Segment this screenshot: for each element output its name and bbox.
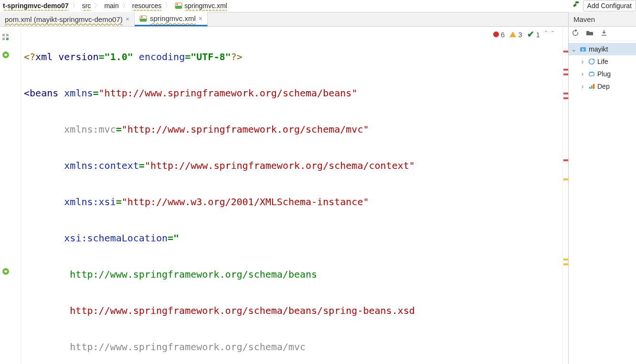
plugins-icon [588, 70, 595, 78]
maven-toolbar [569, 27, 636, 41]
maven-module-icon: m [579, 45, 587, 53]
expand-collapse-icons[interactable]: ˆ ˇ [545, 30, 555, 39]
error-mark[interactable] [563, 97, 568, 99]
folder-icon[interactable] [586, 29, 594, 38]
warning-icon [509, 31, 516, 37]
maven-panel: ⌄ m mayikt › Life › Plug › Dep [568, 27, 636, 364]
maven-plugins-node[interactable]: › Plug [569, 68, 636, 80]
errors-indicator[interactable]: 6 [493, 31, 505, 39]
svg-rect-10 [6, 38, 9, 40]
chevron-right-icon: 〉 [122, 1, 129, 10]
check-icon: ✔ [527, 29, 534, 40]
svg-point-6 [141, 16, 143, 18]
download-icon[interactable] [600, 29, 608, 38]
svg-rect-20 [591, 85, 593, 89]
editor-gutter [0, 27, 21, 364]
svg-rect-1 [175, 6, 182, 9]
code-content: <?xml version="1.0" encoding="UTF-8"?> <… [21, 27, 562, 364]
warnings-indicator[interactable]: 3 [509, 31, 522, 39]
code-line[interactable]: <?xml version="1.0" encoding="UTF-8"?> [21, 48, 562, 66]
svg-rect-8 [6, 34, 9, 36]
xml-file-icon [175, 2, 182, 10]
svg-point-18 [592, 72, 593, 73]
svg-rect-16 [589, 73, 594, 76]
error-stripe[interactable] [562, 27, 568, 364]
code-line[interactable]: xmlns:context="http://www.springframewor… [21, 156, 562, 175]
breadcrumb-item-file[interactable]: springmvc.xml [173, 0, 229, 11]
error-mark[interactable] [563, 51, 568, 52]
chevron-right-icon: 〉 [164, 1, 172, 10]
svg-rect-7 [2, 34, 5, 36]
tab-springmvc[interactable]: springmvc.xml × [135, 12, 208, 26]
svg-text:m: m [582, 48, 584, 52]
error-icon [493, 31, 499, 37]
tab-pom[interactable]: pom.xml (mayikt-springmvc-demo07) × [0, 12, 135, 26]
error-mark[interactable] [563, 159, 568, 161]
code-line[interactable]: xsi:schemaLocation=" [21, 229, 562, 247]
add-configuration-button[interactable]: Add Configurat [583, 0, 636, 11]
chevron-right-icon: 〉 [94, 1, 101, 10]
svg-point-2 [177, 3, 178, 5]
oks-indicator[interactable]: ✔1 [527, 29, 540, 40]
chevron-down-icon: ⌄ [571, 45, 577, 53]
build-icon[interactable] [572, 0, 580, 11]
error-mark[interactable] [563, 73, 568, 75]
chevron-right-icon: 〉 [72, 1, 79, 10]
lifecycle-icon [588, 58, 595, 65]
breadcrumb-item-resources[interactable]: resources [130, 0, 163, 11]
spring-bean-icon[interactable] [1, 51, 10, 61]
main-area: 6 3 ✔1 ˆ ˇ <?xml version="1.0" encoding=… [0, 27, 636, 364]
code-line[interactable]: xmlns:mvc="http://www.springframework.or… [21, 120, 562, 138]
chevron-right-icon: › [579, 70, 586, 78]
breadcrumb: t-springmvc-demo07 〉 src 〉 main 〉 resour… [0, 0, 572, 11]
maven-dependencies-node[interactable]: › Dep [569, 80, 636, 93]
chevron-right-icon: › [579, 83, 586, 90]
code-editor[interactable]: 6 3 ✔1 ˆ ˇ <?xml version="1.0" encoding=… [21, 27, 562, 364]
svg-rect-9 [2, 38, 5, 40]
inspection-indicators[interactable]: 6 3 ✔1 ˆ ˇ [491, 29, 557, 40]
top-row: t-springmvc-demo07 〉 src 〉 main 〉 resour… [0, 0, 636, 12]
svg-point-17 [590, 72, 591, 73]
code-line[interactable]: xmlns:xsi="http://www.w3.org/2001/XMLSch… [21, 193, 562, 211]
code-line[interactable]: http://www.springframework.org/schema/be… [21, 302, 562, 320]
xml-file-icon [139, 15, 147, 22]
error-mark[interactable] [563, 93, 568, 94]
breadcrumb-item-src[interactable]: src [80, 0, 93, 11]
maven-lifecycle-node[interactable]: › Life [569, 55, 636, 68]
error-mark[interactable] [563, 69, 568, 71]
warning-mark[interactable] [563, 259, 568, 260]
code-line[interactable]: <beans xmlns="http://www.springframework… [21, 84, 562, 102]
maven-panel-title[interactable]: Maven [568, 12, 636, 26]
svg-rect-3 [575, 1, 579, 3]
svg-rect-5 [140, 19, 147, 21]
warning-mark[interactable] [563, 263, 568, 265]
svg-rect-21 [593, 84, 594, 89]
warning-mark[interactable] [563, 178, 568, 180]
maven-tree: ⌄ m mayikt › Life › Plug › Dep [569, 41, 636, 94]
breadcrumb-item-main[interactable]: main [102, 0, 120, 11]
refresh-icon[interactable] [572, 29, 579, 38]
spring-bean-icon[interactable] [1, 267, 10, 277]
svg-rect-19 [589, 87, 591, 89]
editor-tabbar: pom.xml (mayikt-springmvc-demo07) × spri… [0, 12, 636, 27]
xml-structure-icon[interactable] [1, 32, 10, 42]
dependencies-icon [588, 83, 595, 90]
chevron-right-icon: › [579, 58, 586, 65]
breadcrumb-item-project[interactable]: t-springmvc-demo07 [1, 0, 71, 11]
close-icon[interactable]: × [126, 15, 129, 23]
close-icon[interactable]: × [199, 15, 202, 22]
maven-project-node[interactable]: ⌄ m mayikt [569, 43, 636, 55]
code-line[interactable]: http://www.springframework.org/schema/be… [21, 265, 562, 283]
code-line[interactable]: http://www.springframework.org/schema/mv… [21, 338, 562, 356]
